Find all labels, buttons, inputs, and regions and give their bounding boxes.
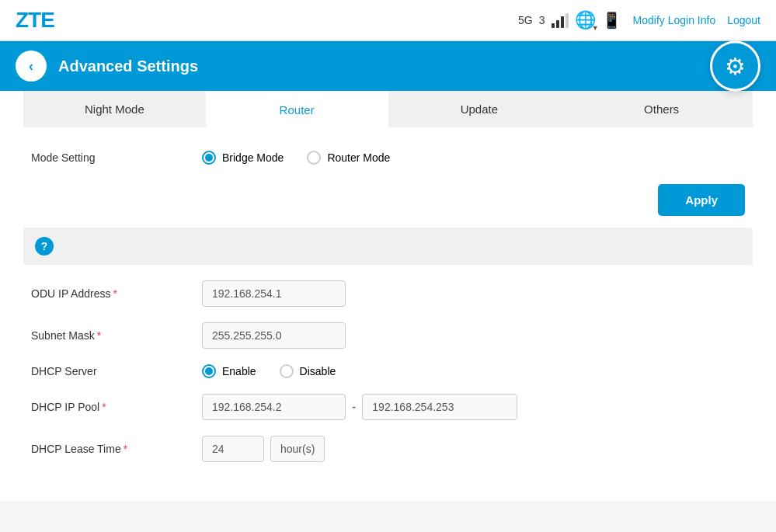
dhcp-enable-radio[interactable] [202,364,216,378]
dhcp-ip-pool-start[interactable] [202,394,346,420]
router-mode-option[interactable]: Router Mode [307,151,390,165]
subnet-mask-row: Subnet Mask* [23,322,753,349]
router-mode-label: Router Mode [327,151,390,164]
odu-ip-input[interactable] [202,280,346,307]
settings-gear-icon: ⚙ [710,41,760,92]
dhcp-lease-time-row: DHCP Lease Time* hour(s) [23,436,753,462]
subnet-mask-label: Subnet Mask* [31,329,202,342]
info-bar: ? [23,228,753,265]
mode-setting-label: Mode Setting [31,151,202,164]
page-container: ‹ Advanced Settings ⚙ Night Mode Router … [0,41,776,501]
dhcp-ip-pool-label: DHCP IP Pool* [31,401,202,413]
section-header: ‹ Advanced Settings ⚙ [0,41,776,91]
tab-update[interactable]: Update [388,91,571,127]
lease-time-unit: hour(s) [270,436,325,462]
tab-router[interactable]: Router [206,91,388,127]
header: ZTE 5G 3 🌐▼ 📱 Modify Login Info Logout [0,0,776,41]
form-section: Mode Setting Bridge Mode Router Mode App… [23,143,753,462]
signal-5g-label: 5G [518,14,533,26]
ip-pool-separator: - [352,400,356,414]
signal-bars-value: 3 [539,14,545,26]
dhcp-ip-pool-row: DHCP IP Pool* - [23,394,753,420]
back-button[interactable]: ‹ [16,50,47,82]
router-mode-radio[interactable] [307,151,321,165]
mode-setting-options: Bridge Mode Router Mode [202,151,390,165]
header-right: 5G 3 🌐▼ 📱 Modify Login Info Logout [518,10,760,30]
zte-logo: ZTE [16,8,54,33]
tab-night-mode[interactable]: Night Mode [23,91,206,127]
signal-info: 5G 3 🌐▼ 📱 [518,10,621,30]
tab-others[interactable]: Others [570,91,753,127]
tabs-bar: Night Mode Router Update Others [23,91,753,127]
page-title: Advanced Settings [58,57,760,75]
dhcp-disable-label: Disable [300,365,336,377]
odu-ip-label: ODU IP Address* [31,287,202,300]
dhcp-ip-pool-inputs: - [202,394,517,420]
bridge-mode-option[interactable]: Bridge Mode [202,151,284,165]
dhcp-server-label: DHCP Server [31,365,202,377]
signal-bars-icon [552,12,569,28]
lease-time-input[interactable] [202,436,264,462]
main-content: Night Mode Router Update Others Mode Set… [0,91,776,501]
logout-link[interactable]: Logout [727,14,760,26]
dhcp-server-options: Enable Disable [202,364,336,378]
dhcp-disable-option[interactable]: Disable [280,364,336,378]
globe-download-icon: 🌐▼ [575,10,596,30]
header-links: Modify Login Info Logout [633,14,760,26]
dhcp-enable-option[interactable]: Enable [202,364,256,378]
mode-setting-row: Mode Setting Bridge Mode Router Mode [23,151,753,165]
dhcp-lease-time-label: DHCP Lease Time* [31,443,202,455]
bridge-mode-label: Bridge Mode [222,151,284,164]
dhcp-enable-label: Enable [222,365,256,377]
modify-login-link[interactable]: Modify Login Info [633,14,716,26]
dhcp-server-row: DHCP Server Enable Disable [23,364,753,378]
dhcp-ip-pool-end[interactable] [362,394,517,420]
bridge-mode-radio[interactable] [202,151,216,165]
dhcp-disable-radio[interactable] [280,364,294,378]
lease-time-inputs: hour(s) [202,436,325,462]
odu-ip-row: ODU IP Address* [23,280,753,307]
apply-row: Apply [23,180,753,228]
apply-button[interactable]: Apply [658,184,745,216]
sim-icon: 📱 [602,11,621,30]
subnet-mask-input[interactable] [202,322,346,349]
help-icon: ? [35,237,54,256]
